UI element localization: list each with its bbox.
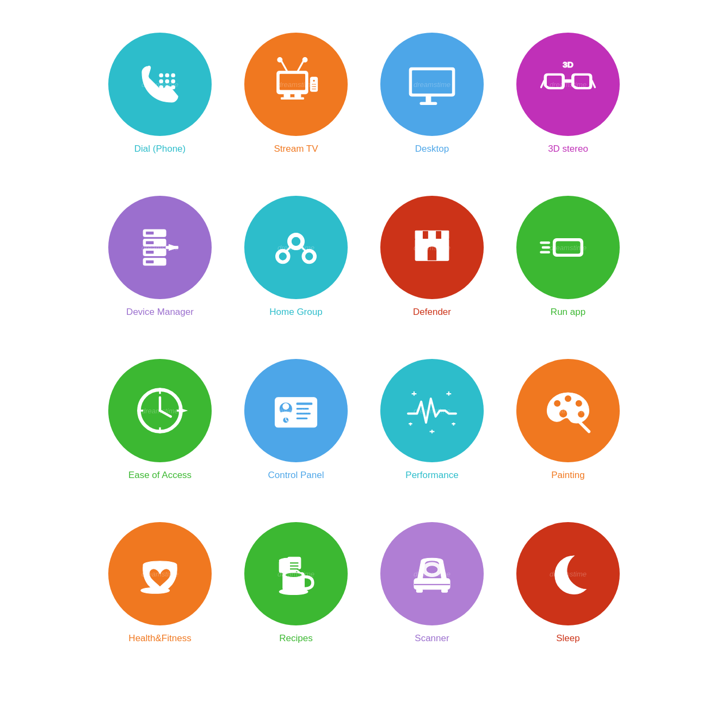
health-fitness-item[interactable]: dreamstime Health&Fitness: [100, 522, 220, 674]
svg-rect-36: [146, 251, 154, 255]
svg-rect-25: [412, 70, 453, 94]
ease-of-access-icon: [130, 381, 190, 441]
run-app-item[interactable]: dreamstime Run app: [508, 196, 628, 348]
sleep-label: Sleep: [556, 633, 579, 644]
control-panel-item[interactable]: dreamstime Control Panel: [236, 359, 356, 511]
home-group-label: Home Group: [269, 307, 322, 318]
svg-point-87: [554, 400, 561, 407]
home-group-icon: [266, 218, 326, 277]
svg-point-95: [141, 587, 170, 593]
performance-icon: [402, 381, 462, 441]
svg-rect-35: [146, 241, 154, 245]
icon-grid: dreamstime Dial (Phone) dreamstime: [78, 11, 650, 696]
recipes-label: Recipes: [279, 633, 312, 644]
home-group-item[interactable]: dreamstime Home Group: [236, 196, 356, 348]
svg-rect-70: [296, 408, 309, 410]
svg-point-91: [559, 410, 567, 418]
svg-rect-58: [556, 241, 581, 254]
svg-line-11: [281, 60, 287, 71]
svg-rect-17: [281, 97, 293, 99]
ease-of-access-item[interactable]: dreamstime Ease of Access: [100, 359, 220, 511]
svg-rect-21: [312, 84, 317, 85]
device-manager-circle: dreamstime: [108, 196, 212, 299]
desktop-circle: dreamstime: [380, 33, 484, 136]
dial-phone-icon: [130, 54, 190, 114]
3d-stereo-circle: dreamstime 3D: [516, 33, 620, 136]
svg-rect-109: [416, 590, 422, 593]
svg-point-5: [171, 79, 175, 83]
svg-rect-72: [296, 417, 308, 419]
device-manager-label: Device Manager: [126, 307, 194, 318]
scanner-item[interactable]: dreamstime Scanner: [372, 522, 492, 674]
svg-rect-105: [414, 579, 450, 590]
svg-rect-69: [296, 402, 313, 406]
sleep-circle: dreamstime: [516, 522, 620, 625]
svg-rect-50: [442, 231, 449, 239]
svg-point-0: [159, 73, 163, 77]
defender-circle: dreamstime: [380, 196, 484, 299]
svg-rect-22: [312, 86, 317, 87]
svg-rect-37: [146, 260, 154, 264]
svg-point-7: [165, 85, 169, 89]
desktop-label: Desktop: [415, 144, 449, 154]
stream-tv-label: Stream TV: [274, 144, 318, 154]
run-app-label: Run app: [551, 307, 585, 318]
scanner-icon: [402, 544, 462, 604]
svg-line-13: [298, 60, 304, 71]
sleep-item[interactable]: dreamstime Sleep: [508, 522, 628, 674]
stream-tv-item[interactable]: dreamstime: [236, 33, 356, 185]
defender-icon: [402, 218, 462, 277]
stream-tv-circle: dreamstime: [244, 33, 348, 136]
svg-point-98: [285, 573, 302, 578]
desktop-item[interactable]: dreamstime Desktop: [372, 33, 492, 185]
health-fitness-circle: dreamstime: [108, 522, 212, 625]
run-app-circle: dreamstime: [516, 196, 620, 299]
desktop-icon: [402, 54, 462, 114]
defender-label: Defender: [413, 307, 451, 318]
stream-tv-icon: [266, 54, 326, 114]
painting-icon: [538, 381, 598, 441]
control-panel-icon: [266, 381, 326, 441]
svg-rect-15: [284, 94, 290, 98]
defender-item[interactable]: dreamstime Defender: [372, 196, 492, 348]
svg-point-89: [575, 400, 582, 407]
svg-rect-10: [279, 73, 305, 90]
3d-stereo-label: 3D stereo: [548, 144, 588, 154]
3d-stereo-item[interactable]: dreamstime 3D 3D stereo: [508, 33, 628, 185]
recipes-item[interactable]: dreamstime Reci: [236, 522, 356, 674]
svg-point-3: [159, 79, 163, 83]
svg-rect-34: [146, 231, 154, 235]
sleep-icon: [538, 544, 598, 604]
painting-label: Painting: [551, 470, 584, 481]
scanner-label: Scanner: [415, 633, 449, 644]
svg-rect-53: [436, 231, 442, 239]
run-app-icon: [538, 218, 598, 277]
svg-point-107: [426, 566, 438, 574]
svg-rect-49: [428, 231, 435, 239]
ease-of-access-label: Ease of Access: [128, 470, 192, 481]
svg-point-8: [171, 85, 175, 89]
svg-point-14: [303, 58, 307, 63]
painting-circle: dreamstime: [516, 359, 620, 462]
3d-stereo-icon: 3D: [538, 54, 598, 114]
dial-phone-item[interactable]: dreamstime Dial (Phone): [100, 33, 220, 185]
home-group-circle: dreamstime: [244, 196, 348, 299]
svg-line-60: [160, 411, 171, 417]
health-fitness-icon: [130, 544, 190, 604]
svg-point-45: [291, 237, 301, 246]
svg-rect-27: [420, 102, 437, 104]
svg-point-2: [171, 73, 175, 77]
svg-point-12: [277, 58, 282, 63]
performance-item[interactable]: dreamstime Performance: [372, 359, 492, 511]
svg-point-1: [165, 73, 169, 77]
health-fitness-label: Health&Fitness: [128, 633, 191, 644]
recipes-circle: dreamstime: [244, 522, 348, 625]
device-manager-item[interactable]: dreamstime Device Manager: [100, 196, 220, 348]
device-manager-icon: [130, 218, 190, 277]
svg-rect-39: [166, 246, 178, 249]
svg-point-90: [578, 411, 585, 418]
painting-item[interactable]: dreamstime Painting: [508, 359, 628, 511]
svg-rect-28: [564, 79, 571, 83]
scanner-circle: dreamstime: [380, 522, 484, 625]
performance-label: Performance: [405, 470, 458, 481]
